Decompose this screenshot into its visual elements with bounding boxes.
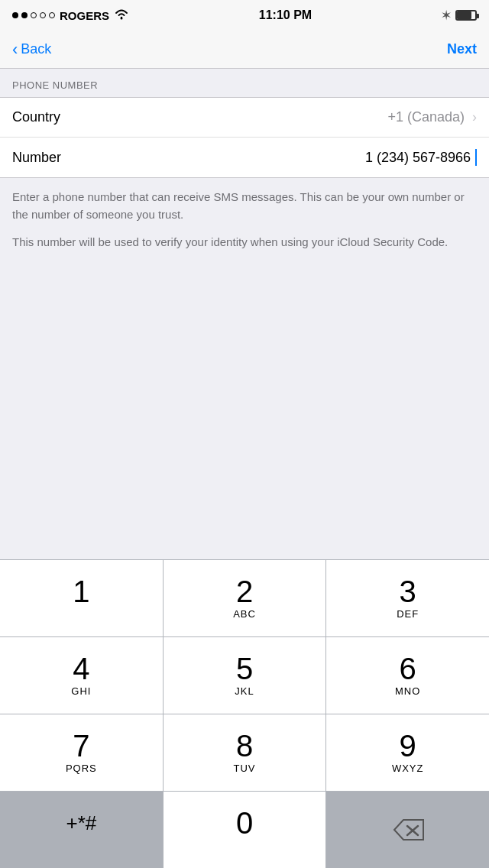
key-symbols-text: +*#	[66, 813, 96, 833]
key-1-letters	[79, 608, 83, 620]
key-3[interactable]: 3 DEF	[326, 560, 489, 636]
signal-dot-1	[12, 12, 18, 18]
key-1[interactable]: 1	[0, 560, 164, 636]
key-7[interactable]: 7 PQRS	[0, 714, 164, 791]
signal-dots	[12, 12, 55, 18]
key-8[interactable]: 8 TUV	[164, 714, 327, 791]
svg-point-0	[121, 17, 123, 19]
key-9-letters: WXYZ	[392, 763, 424, 775]
key-9-number: 9	[400, 730, 416, 761]
form-group: Country +1 (Canada) › Number 1 (234) 567…	[0, 97, 489, 178]
signal-dot-3	[31, 12, 37, 18]
key-9[interactable]: 9 WXYZ	[326, 714, 489, 791]
number-row[interactable]: Number 1 (234) 567-8966	[0, 138, 489, 177]
key-2-letters: ABC	[233, 608, 256, 620]
carrier-label: ROGERS	[60, 9, 109, 22]
signal-dot-4	[40, 12, 46, 18]
key-symbols[interactable]: +*#	[0, 792, 164, 868]
wifi-icon	[114, 8, 129, 23]
back-label: Back	[21, 41, 51, 57]
keypad-row-4: +*# 0	[0, 791, 489, 868]
key-1-number: 1	[73, 576, 89, 607]
status-bar: ROGERS 11:10 PM ✶	[0, 0, 489, 31]
key-3-number: 3	[400, 576, 416, 607]
key-6-number: 6	[400, 653, 416, 684]
key-8-letters: TUV	[234, 763, 256, 775]
info-text-block: Enter a phone number that can receive SM…	[0, 178, 489, 262]
key-delete[interactable]	[326, 792, 489, 868]
signal-dot-2	[21, 12, 28, 18]
battery-fill	[457, 11, 471, 19]
number-value: 1 (234) 567-8966	[104, 149, 477, 166]
number-text: 1 (234) 567-8966	[365, 150, 471, 166]
country-value: +1 (Canada) ›	[104, 109, 477, 125]
bluetooth-icon: ✶	[442, 9, 451, 21]
status-left: ROGERS	[12, 8, 129, 23]
country-chevron-icon: ›	[472, 109, 477, 125]
country-row[interactable]: Country +1 (Canada) ›	[0, 98, 489, 138]
status-time: 11:10 PM	[259, 8, 312, 22]
key-5-number: 5	[236, 653, 253, 684]
key-7-letters: PQRS	[66, 763, 97, 775]
key-2[interactable]: 2 ABC	[164, 560, 327, 636]
info-text-1: Enter a phone number that can receive SM…	[12, 189, 477, 223]
key-4-number: 4	[73, 653, 89, 684]
delete-icon	[392, 818, 424, 841]
key-6[interactable]: 6 MNO	[326, 637, 489, 714]
info-text-2: This number will be used to verify your …	[12, 234, 477, 251]
key-0-number: 0	[236, 808, 253, 838]
key-2-number: 2	[236, 576, 253, 607]
keypad-row-2: 4 GHI 5 JKL 6 MNO	[0, 636, 489, 714]
nav-bar: ‹ Back Next	[0, 31, 489, 69]
key-6-letters: MNO	[395, 685, 420, 698]
status-right: ✶	[442, 9, 477, 21]
next-button[interactable]: Next	[447, 41, 477, 57]
keypad-row-1: 1 2 ABC 3 DEF	[0, 559, 489, 636]
back-chevron-icon: ‹	[12, 40, 18, 60]
signal-dot-5	[49, 12, 55, 18]
text-cursor	[475, 149, 477, 166]
battery-icon	[455, 10, 477, 21]
key-4-letters: GHI	[71, 685, 91, 698]
key-8-number: 8	[236, 730, 253, 761]
section-header: PHONE NUMBER	[0, 69, 489, 97]
key-4[interactable]: 4 GHI	[0, 637, 164, 714]
keypad: 1 2 ABC 3 DEF 4 GHI 5 JKL 6 MNO 7 PQRS	[0, 559, 489, 868]
number-label: Number	[12, 150, 104, 166]
back-button[interactable]: ‹ Back	[12, 40, 51, 60]
key-5-letters: JKL	[235, 685, 254, 698]
key-5[interactable]: 5 JKL	[164, 637, 327, 714]
key-3-letters: DEF	[397, 608, 419, 620]
key-7-number: 7	[73, 730, 89, 761]
country-label: Country	[12, 109, 104, 125]
key-symbols-letters	[79, 834, 83, 847]
country-text: +1 (Canada)	[387, 109, 465, 125]
key-0[interactable]: 0	[164, 792, 327, 868]
key-0-letters	[243, 840, 247, 852]
keypad-row-3: 7 PQRS 8 TUV 9 WXYZ	[0, 714, 489, 791]
